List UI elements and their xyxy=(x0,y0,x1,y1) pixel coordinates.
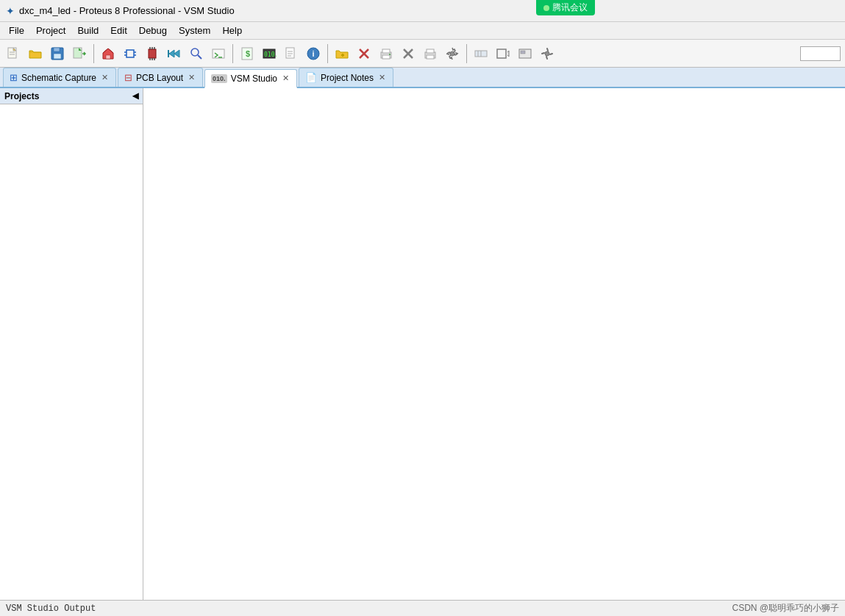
search-button[interactable] xyxy=(186,43,207,64)
sep1 xyxy=(93,44,94,63)
notes-tab-label: Project Notes xyxy=(321,73,374,83)
schematic-tab-label: Schematic Capture xyxy=(21,73,96,83)
sep3 xyxy=(327,44,328,63)
new-button[interactable] xyxy=(3,43,24,64)
left-panel: Projects ◀ xyxy=(0,88,143,600)
x-gray-button[interactable] xyxy=(398,43,418,64)
svg-rect-10 xyxy=(126,50,134,57)
tab-schematic[interactable]: ⊞ Schematic Capture ✕ xyxy=(3,68,116,87)
menu-help[interactable]: Help xyxy=(216,24,248,37)
svg-point-25 xyxy=(191,49,199,56)
toolbar-gear2[interactable] xyxy=(537,43,557,64)
pcb-tab-icon: ⊟ xyxy=(124,72,132,83)
svg-rect-45 xyxy=(382,55,390,59)
print-button[interactable] xyxy=(376,43,396,64)
menu-system[interactable]: System xyxy=(173,24,216,37)
x-red-button[interactable] xyxy=(354,43,374,64)
export-button[interactable] xyxy=(69,43,90,64)
notes-tab-icon: 📄 xyxy=(305,72,317,83)
title-bar: ✦ dxc_m4_led - Proteus 8 Professional - … xyxy=(0,0,845,22)
svg-rect-56 xyxy=(497,49,506,58)
menu-build[interactable]: Build xyxy=(71,24,104,37)
svg-rect-58 xyxy=(521,51,525,54)
svg-rect-6 xyxy=(54,54,61,59)
menu-bar: File Project Build Edit Debug System Hel… xyxy=(0,22,845,40)
svg-rect-33 xyxy=(286,48,294,58)
menu-project[interactable]: Project xyxy=(30,24,71,37)
sep2 xyxy=(232,44,233,63)
home-button[interactable] xyxy=(98,43,118,64)
svg-rect-51 xyxy=(427,55,434,59)
tab-bar: ⊞ Schematic Capture ✕ ⊟ PCB Layout ✕ 010… xyxy=(0,68,845,88)
vsm-tab-icon: 010. xyxy=(211,74,227,83)
open-button[interactable] xyxy=(25,43,46,64)
pcb-tab-close[interactable]: ✕ xyxy=(187,73,196,82)
tencent-label: 腾讯会议 xyxy=(552,1,588,14)
schematic-tab-icon: ⊞ xyxy=(10,72,18,83)
toolbar: $ 010. i xyxy=(0,40,845,68)
menu-debug[interactable]: Debug xyxy=(133,24,173,37)
menu-edit[interactable]: Edit xyxy=(104,24,132,37)
svg-marker-23 xyxy=(169,50,174,57)
vsm-tab-close[interactable]: ✕ xyxy=(281,74,290,83)
toolbar-icon2[interactable] xyxy=(493,43,513,64)
rewind-button[interactable] xyxy=(164,43,185,64)
svg-rect-44 xyxy=(382,49,390,53)
content-area: Projects ◀ xyxy=(0,88,845,600)
projects-label: Projects xyxy=(4,91,39,101)
status-left: VSM Studio Output xyxy=(6,604,96,614)
doc-button[interactable] xyxy=(281,43,302,64)
left-panel-header: Projects ◀ xyxy=(0,88,143,104)
svg-line-26 xyxy=(198,55,202,59)
schematic-tab-close[interactable]: ✕ xyxy=(100,73,110,82)
svg-rect-7 xyxy=(74,48,82,58)
component-button[interactable] xyxy=(120,43,140,64)
panel-pin-button[interactable]: ◀ xyxy=(132,91,138,101)
svg-text:$: $ xyxy=(246,49,250,58)
svg-text:010.: 010. xyxy=(264,51,277,58)
tencent-meeting-badge[interactable]: 腾讯会议 xyxy=(536,0,595,15)
svg-rect-24 xyxy=(168,50,169,57)
toolbar-icon3[interactable] xyxy=(515,43,535,64)
tab-pcb[interactable]: ⊟ PCB Layout ✕ xyxy=(118,68,203,87)
dollar-button[interactable]: $ xyxy=(237,43,257,64)
svg-marker-22 xyxy=(174,50,179,57)
terminal-button[interactable] xyxy=(208,43,229,64)
svg-rect-5 xyxy=(54,48,60,51)
window-title: dxc_m4_led - Proteus 8 Professional - VS… xyxy=(19,5,235,16)
app-icon: ✦ xyxy=(6,5,15,17)
save-button[interactable] xyxy=(47,43,68,64)
chip-button[interactable] xyxy=(142,43,163,64)
vsm-tab-label: VSM Studio xyxy=(231,74,277,84)
svg-point-59 xyxy=(545,51,549,56)
gear-button[interactable] xyxy=(442,43,463,64)
svg-point-46 xyxy=(389,54,391,55)
status-right: CSDN @聪明乖巧的小狮子 xyxy=(732,602,839,615)
left-panel-content xyxy=(0,104,143,600)
status-bar: VSM Studio Output CSDN @聪明乖巧的小狮子 xyxy=(0,600,845,616)
tab-notes[interactable]: 📄 Project Notes ✕ xyxy=(299,68,393,87)
sep4 xyxy=(466,44,467,63)
toolbar-icon1[interactable] xyxy=(471,43,491,64)
svg-rect-50 xyxy=(427,49,434,53)
svg-text:i: i xyxy=(313,49,315,58)
toolbar-input[interactable] xyxy=(798,43,842,64)
svg-rect-9 xyxy=(106,55,110,59)
printer2-button[interactable] xyxy=(420,43,441,64)
svg-rect-27 xyxy=(213,49,224,58)
tab-vsm[interactable]: 010. VSM Studio ✕ xyxy=(204,69,297,88)
pcb-tab-label: PCB Layout xyxy=(136,73,183,83)
binary-button[interactable]: 010. xyxy=(259,43,279,64)
main-content[interactable] xyxy=(143,88,845,600)
tencent-status-dot xyxy=(543,5,549,11)
notes-tab-close[interactable]: ✕ xyxy=(377,73,387,82)
folder-add-button[interactable] xyxy=(332,43,352,64)
info-button[interactable]: i xyxy=(303,43,324,64)
svg-rect-15 xyxy=(149,49,156,58)
menu-file[interactable]: File xyxy=(3,24,30,37)
